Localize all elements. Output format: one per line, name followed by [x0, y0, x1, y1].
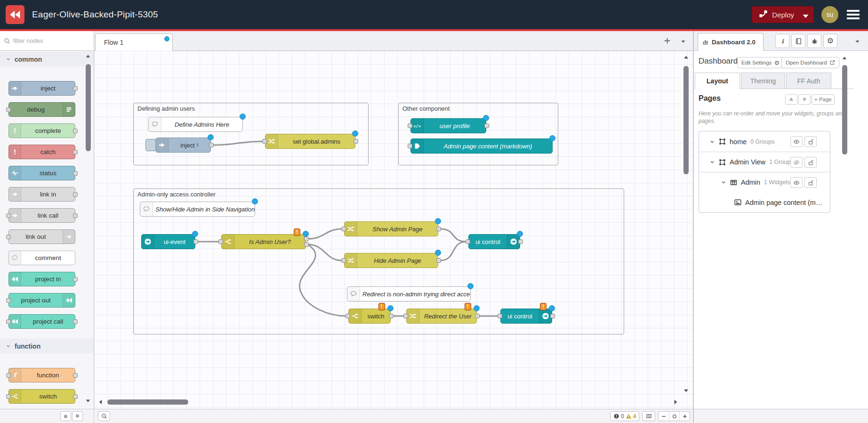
search-input[interactable] — [13, 37, 84, 44]
node-comment1[interactable]: Define Admins Here — [148, 117, 243, 132]
info-button[interactable]: i — [775, 34, 789, 48]
lock-toggle-button[interactable] — [804, 157, 817, 168]
add-flow-icon[interactable] — [663, 37, 671, 45]
add-page-button[interactable]: + Page — [812, 94, 835, 105]
lock-toggle-button[interactable] — [804, 136, 817, 147]
edit-settings-button[interactable]: Edit Settings ⚙ — [737, 57, 784, 68]
node-output-port[interactable] — [193, 239, 198, 244]
node-output-port[interactable] — [389, 314, 394, 318]
tree-row-admin-page-content-markdown[interactable]: Admin page content (markdown) — [699, 192, 830, 212]
tree-row-home[interactable]: home0 Groups — [699, 131, 830, 152]
node-isadmin[interactable]: Is Admin User? — [221, 234, 306, 249]
node-output-port[interactable] — [209, 143, 214, 147]
node-input-port[interactable] — [408, 144, 412, 148]
deploy-button[interactable]: Deploy — [752, 6, 814, 23]
node-switch2[interactable]: switch — [348, 309, 391, 324]
sidebar-scroll-up-icon[interactable] — [841, 55, 848, 61]
flow-list-caret-icon[interactable] — [680, 38, 686, 44]
open-dashboard-button[interactable]: Open Dashboard — [781, 57, 839, 68]
palette-node-link-call[interactable]: link call — [8, 208, 75, 223]
lock-toggle-button[interactable] — [804, 177, 817, 188]
node-output-port[interactable] — [354, 139, 358, 144]
node-comment3[interactable]: Show/Hide Admin in Side Navigation — [140, 202, 255, 217]
sidebar-caret-icon[interactable] — [854, 38, 860, 44]
visibility-toggle-button[interactable] — [790, 136, 803, 147]
node-comment4[interactable]: Redirect is non-admin trying direct acce… — [347, 286, 471, 301]
palette-node-comment[interactable]: comment — [8, 251, 75, 265]
node-uievent[interactable]: ui-event — [141, 234, 195, 249]
visibility-toggle-button[interactable] — [790, 157, 803, 168]
zoom-reset-button[interactable] — [669, 412, 679, 421]
canvas-scroll-up-icon[interactable] — [683, 54, 690, 61]
canvas-scroll-left-icon[interactable] — [97, 399, 104, 406]
inject-button[interactable] — [145, 139, 156, 151]
canvas-scroll-down-icon[interactable] — [683, 387, 690, 394]
node-output-port[interactable] — [550, 314, 555, 318]
tree-row-admin-view[interactable]: Admin View1 Groups — [699, 152, 830, 172]
palette-node-function[interactable]: ffunction — [8, 368, 75, 382]
node-uicontrol2[interactable]: ui control — [500, 309, 552, 324]
zoom-in-button[interactable] — [679, 412, 690, 421]
node-input-port[interactable] — [341, 227, 346, 231]
node-userprofile[interactable]: </>user profile — [410, 118, 486, 133]
palette-node-complete[interactable]: complete — [8, 123, 75, 138]
node-hideadmin[interactable]: Hide Admin Page — [344, 253, 438, 268]
notification-counts[interactable]: 0 4 — [610, 411, 639, 421]
zoom-out-button[interactable] — [659, 412, 669, 421]
sidebar-scrollbar[interactable] — [842, 65, 847, 155]
tab-layout[interactable]: Layout — [695, 73, 740, 89]
palette-scroll-up-icon[interactable] — [85, 53, 91, 59]
palette-node-project-call[interactable]: project call — [8, 314, 75, 329]
minimap-button[interactable] — [642, 411, 655, 421]
node-input-port[interactable] — [346, 314, 350, 318]
flow-canvas[interactable]: Defining admin usersOther componentAdmin… — [94, 51, 693, 409]
palette-node-link-out[interactable]: link out — [8, 229, 75, 244]
node-output-port[interactable] — [436, 227, 441, 231]
node-showadmin[interactable]: Show Admin Page — [344, 221, 438, 236]
node-input-port[interactable] — [498, 314, 502, 318]
deploy-caret-icon[interactable] — [801, 12, 807, 17]
palette-node-catch[interactable]: catch — [8, 145, 75, 159]
palette-node-debug[interactable]: debug — [8, 102, 75, 117]
node-input-port[interactable] — [341, 258, 346, 263]
node-output-port[interactable] — [518, 239, 523, 244]
menu-icon[interactable] — [846, 8, 860, 21]
node-input-port[interactable] — [218, 239, 223, 244]
node-output-port[interactable] — [304, 236, 309, 241]
node-change1[interactable]: set global.admins — [265, 134, 355, 149]
palette-category-function[interactable]: function — [0, 339, 94, 353]
tab-ff-auth[interactable]: FF Auth — [786, 73, 831, 89]
node-uicontrol1[interactable]: ui control — [468, 234, 520, 249]
node-output-port[interactable] — [304, 242, 309, 247]
move-down-button[interactable] — [798, 94, 811, 105]
tree-row-admin[interactable]: Admin1 Widgets — [699, 172, 830, 192]
palette-expand-all-button[interactable] — [72, 411, 83, 421]
palette-node-project-in[interactable]: project in — [8, 272, 75, 286]
chevron-down-icon[interactable] — [709, 139, 715, 145]
palette-category-common[interactable]: common — [0, 52, 94, 66]
node-output-port[interactable] — [475, 314, 480, 318]
search-flows-button[interactable] — [98, 411, 110, 421]
chevron-down-icon[interactable] — [721, 179, 726, 185]
canvas-horizontal-scrollbar[interactable] — [107, 399, 188, 405]
node-input-port[interactable] — [408, 123, 412, 128]
tab-theming[interactable]: Theming — [741, 73, 785, 89]
palette-node-status[interactable]: status — [8, 166, 75, 180]
visibility-toggle-button[interactable] — [790, 177, 803, 188]
move-up-button[interactable] — [785, 94, 797, 105]
node-inject1[interactable]: inject ¹ — [155, 138, 211, 153]
node-output-port[interactable] — [436, 258, 441, 263]
canvas-scroll-right-icon[interactable] — [672, 399, 679, 406]
palette-scrollbar[interactable] — [86, 64, 91, 151]
palette-collapse-all-button[interactable] — [60, 411, 71, 421]
chevron-down-icon[interactable] — [709, 159, 715, 165]
tab-dashboard-2[interactable]: Dashboard 2.0 — [698, 33, 764, 51]
node-output-port[interactable] — [484, 123, 489, 128]
palette-node-switch[interactable]: switch — [8, 389, 75, 404]
group-other-component[interactable]: Other component — [398, 103, 558, 165]
node-input-port[interactable] — [262, 139, 267, 144]
tab-flow-1[interactable]: Flow 1 — [95, 33, 173, 51]
node-admincontent[interactable]: Admin page content (markdown) — [410, 138, 553, 154]
palette-node-link-in[interactable]: link in — [8, 187, 75, 202]
user-avatar[interactable]: su — [821, 6, 838, 23]
